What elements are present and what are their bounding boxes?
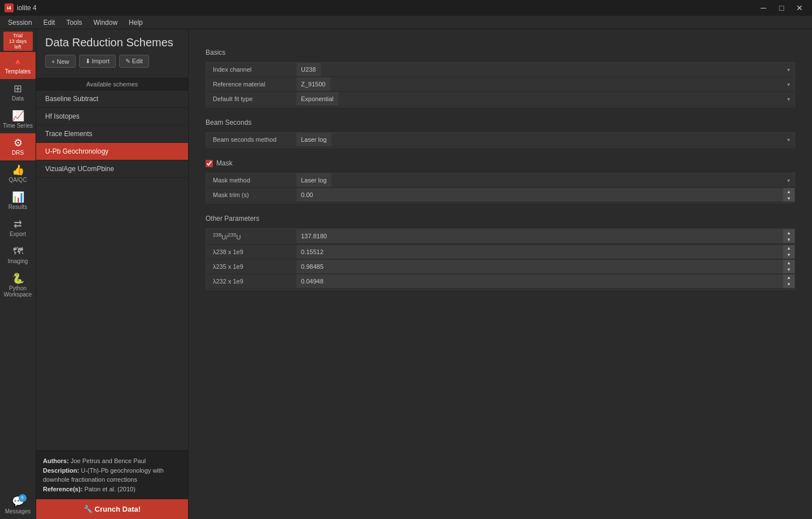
scheme-trace[interactable]: Trace Elements xyxy=(36,125,188,143)
beam-seconds-section-label: Beam Seconds xyxy=(206,119,795,127)
index-channel-row: Index channel U238 xyxy=(206,63,794,76)
param-lambda238-down[interactable]: ▼ xyxy=(783,252,794,259)
param-lambda235-input[interactable] xyxy=(296,260,783,273)
param-238-235-down[interactable]: ▼ xyxy=(783,236,794,243)
import-scheme-button[interactable]: ⬇ Import xyxy=(79,55,116,68)
scheme-upb[interactable]: U-Pb Geochronology xyxy=(36,143,188,160)
menu-window[interactable]: Window xyxy=(88,18,123,28)
reference-material-select[interactable]: Z_91500 xyxy=(296,77,330,91)
mask-method-label: Mask method xyxy=(206,173,296,187)
menubar: Session Edit Tools Window Help xyxy=(0,16,812,29)
sidebar-item-imaging[interactable]: 🗺 Imaging xyxy=(0,242,36,269)
mask-trim-row: Mask trim (s) ▲ ▼ xyxy=(206,188,794,202)
data-icon: ⊞ xyxy=(14,84,22,94)
results-icon: 📊 xyxy=(12,192,24,202)
param-lambda232-up[interactable]: ▲ xyxy=(783,274,794,281)
param-lambda235-spinner: ▲ ▼ xyxy=(296,260,794,273)
default-fit-select[interactable]: Exponential xyxy=(296,92,338,106)
drs-icon: ⚙ xyxy=(14,138,23,148)
messages-icon: 💬 5 xyxy=(12,496,24,507)
reference-material-row: Reference material Z_91500 xyxy=(206,77,794,91)
mask-trim-up[interactable]: ▲ xyxy=(783,188,794,195)
menu-session[interactable]: Session xyxy=(2,18,38,28)
param-238-235-input[interactable] xyxy=(296,229,783,243)
default-fit-row: Default fit type Exponential xyxy=(206,92,794,106)
scheme-toolbar: + New ⬇ Import ✎ Edit xyxy=(45,55,179,68)
param-lambda238-spinner: ▲ ▼ xyxy=(296,245,794,259)
edit-scheme-button[interactable]: ✎ Edit xyxy=(119,55,149,68)
param-lambda238-label: λ238 x 1e9 xyxy=(206,245,296,259)
sidebar-item-messages[interactable]: 💬 5 Messages xyxy=(0,492,36,519)
sidebar-item-export[interactable]: ⇄ Export xyxy=(0,215,36,242)
sidebar-item-python[interactable]: 🐍 PythonWorkspace xyxy=(0,269,36,302)
info-panel: Authors: Joe Petrus and Bence Paul Descr… xyxy=(36,450,188,499)
scheme-title: Data Reduction Schemes xyxy=(45,36,179,49)
scheme-hf[interactable]: Hf Isotopes xyxy=(36,108,188,125)
param-lambda235-up[interactable]: ▲ xyxy=(783,260,794,267)
basics-section: Index channel U238 Reference material Z_… xyxy=(206,62,795,107)
templates-icon: 🔺 xyxy=(12,56,24,67)
scheme-panel: Data Reduction Schemes + New ⬇ Import ✎ … xyxy=(36,29,189,519)
minimize-button[interactable]: ─ xyxy=(756,0,771,16)
sidebar-item-qaqc[interactable]: 👍 QA/QC xyxy=(0,160,36,187)
menu-tools[interactable]: Tools xyxy=(60,18,88,28)
param-lambda238-input[interactable] xyxy=(296,245,783,259)
sidebar-item-drs[interactable]: ⚙ DRS xyxy=(0,133,36,160)
trial-badge: Trial 13 days left xyxy=(3,32,33,51)
maximize-button[interactable]: □ xyxy=(774,0,789,16)
mask-section: Mask method Laser log Mask trim (s) ▲ ▼ xyxy=(206,173,795,203)
sidebar: Trial 13 days left 🔺 Templates ⊞ Data 📈 … xyxy=(0,29,36,519)
param-238-235-up[interactable]: ▲ xyxy=(783,229,794,236)
sidebar-item-templates[interactable]: 🔺 Templates xyxy=(0,52,36,79)
beam-seconds-method-label: Beam seconds method xyxy=(206,133,296,146)
mask-trim-label: Mask trim (s) xyxy=(206,188,296,202)
crunch-data-button[interactable]: 🔧 Crunch Data! xyxy=(36,499,188,519)
timeseries-icon: 📈 xyxy=(12,111,24,121)
main-layout: Trial 13 days left 🔺 Templates ⊞ Data 📈 … xyxy=(0,29,812,519)
reference-material-label: Reference material xyxy=(206,77,296,91)
mask-label: Mask xyxy=(216,159,233,167)
python-icon: 🐍 xyxy=(12,273,24,284)
param-lambda232-label: λ232 x 1e9 xyxy=(206,274,296,288)
default-fit-label: Default fit type xyxy=(206,92,296,106)
new-scheme-button[interactable]: + New xyxy=(45,55,76,68)
mask-method-select[interactable]: Laser log xyxy=(296,173,331,187)
reference-material-select-wrapper: Z_91500 xyxy=(296,77,794,91)
titlebar: i4 iolite 4 ─ □ ✕ xyxy=(0,0,812,16)
param-lambda232-down[interactable]: ▼ xyxy=(783,281,794,288)
app-title: iolite 4 xyxy=(17,4,37,12)
scheme-vizual[interactable]: VizualAge UComPbine xyxy=(36,160,188,178)
mask-method-select-wrapper: Laser log xyxy=(296,173,794,187)
param-lambda238-row: λ238 x 1e9 ▲ ▼ xyxy=(206,245,794,259)
mask-trim-spinner: ▲ ▼ xyxy=(296,188,794,202)
mask-checkbox[interactable] xyxy=(206,160,213,167)
qaqc-icon: 👍 xyxy=(12,165,24,175)
mask-trim-spinner-buttons: ▲ ▼ xyxy=(783,188,794,202)
other-params-section: 238U/235U ▲ ▼ λ238 x 1e9 ▲ ▼ xyxy=(206,228,795,290)
default-fit-select-wrapper: Exponential xyxy=(296,92,794,106)
sidebar-item-results[interactable]: 📊 Results xyxy=(0,187,36,215)
other-params-label: Other Parameters xyxy=(206,215,795,223)
scheme-list: Baseline Subtract Hf Isotopes Trace Elem… xyxy=(36,90,188,271)
param-lambda232-input[interactable] xyxy=(296,274,783,288)
messages-badge: 5 xyxy=(19,494,27,502)
export-icon: ⇄ xyxy=(14,219,22,229)
param-lambda235-down[interactable]: ▼ xyxy=(783,267,794,273)
menu-help[interactable]: Help xyxy=(123,18,149,28)
index-channel-select[interactable]: U238 xyxy=(296,63,321,76)
scheme-baseline[interactable]: Baseline Subtract xyxy=(36,90,188,108)
beam-seconds-method-select-wrapper: Laser log xyxy=(296,133,794,146)
available-schemes-label: Available schemes xyxy=(36,78,188,90)
param-lambda238-up[interactable]: ▲ xyxy=(783,245,794,252)
app-icon: i4 xyxy=(5,3,14,12)
sidebar-item-data[interactable]: ⊞ Data xyxy=(0,79,36,106)
basics-section-label: Basics xyxy=(206,49,795,56)
close-button[interactable]: ✕ xyxy=(792,0,807,16)
sidebar-item-timeseries[interactable]: 📈 Time Series xyxy=(0,106,36,133)
menu-edit[interactable]: Edit xyxy=(38,18,61,28)
beam-seconds-method-select[interactable]: Laser log xyxy=(296,133,331,146)
mask-trim-input[interactable] xyxy=(296,188,783,202)
index-channel-select-wrapper: U238 xyxy=(296,63,794,76)
titlebar-left: i4 iolite 4 xyxy=(5,3,37,12)
mask-trim-down[interactable]: ▼ xyxy=(783,195,794,202)
